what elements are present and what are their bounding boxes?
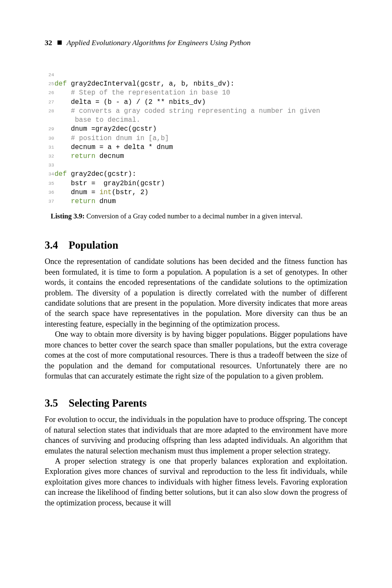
- code-line: 28 # converts a gray coded string repres…: [45, 107, 347, 125]
- paragraph: One way to obtain more diversity is by h…: [45, 329, 347, 381]
- code-listing: 2425def gray2decInterval(gcstr, a, b, nb…: [45, 71, 347, 206]
- code-line: 30 # position dnum in [a,b]: [45, 134, 347, 143]
- line-number: 37: [45, 197, 54, 206]
- line-number: 33: [45, 161, 54, 170]
- code-text: # Step of the representation in base 10: [54, 89, 230, 98]
- code-text: return decnum: [54, 152, 124, 161]
- code-text: dnum =gray2dec(gcstr): [54, 125, 157, 134]
- section: 3.5 Selecting ParentsFor evolution to oc…: [45, 397, 347, 508]
- code-line: 25def gray2decInterval(gcstr, a, b, nbit…: [45, 80, 347, 89]
- code-line: 24: [45, 71, 347, 80]
- line-number: 24: [45, 71, 54, 80]
- code-line: 26 # Step of the representation in base …: [45, 89, 347, 98]
- listing-label: Listing 3.9:: [51, 212, 85, 220]
- code-line: 34def gray2dec(gcstr):: [45, 170, 347, 179]
- header-square-icon: [57, 40, 62, 45]
- page: 32 Applied Evolutionary Algorithms for E…: [0, 0, 392, 588]
- code-line: 37 return dnum: [45, 197, 347, 206]
- line-number: 31: [45, 143, 54, 152]
- section-heading: 3.4 Population: [45, 239, 347, 251]
- code-text: [54, 161, 54, 170]
- book-title: Applied Evolutionary Algorithms for Engi…: [67, 38, 251, 47]
- sections-container: 3.4 PopulationOnce the representation of…: [45, 239, 347, 508]
- section: 3.4 PopulationOnce the representation of…: [45, 239, 347, 381]
- line-number: 27: [45, 98, 54, 107]
- code-text: bstr = gray2bin(gcstr): [54, 179, 165, 188]
- line-number: 29: [45, 125, 54, 134]
- code-line: 29 dnum =gray2dec(gcstr): [45, 125, 347, 134]
- line-number: 25: [45, 80, 54, 89]
- line-number: 26: [45, 89, 54, 98]
- paragraph: A proper selection strategy is one that …: [45, 456, 347, 508]
- code-text: # converts a gray coded string represent…: [54, 107, 320, 125]
- page-header: 32 Applied Evolutionary Algorithms for E…: [45, 38, 347, 47]
- code-text: return dnum: [54, 197, 116, 206]
- code-text: def gray2decInterval(gcstr, a, b, nbits_…: [54, 80, 234, 89]
- line-number: 35: [45, 179, 54, 188]
- page-number: 32: [45, 38, 52, 47]
- paragraph: Once the representation of candidate sol…: [45, 256, 347, 329]
- code-text: delta = (b - a) / (2 ** nbits_dv): [54, 98, 206, 107]
- listing-caption: Listing 3.9: Conversion of a Gray coded …: [51, 212, 347, 221]
- paragraph: For evolution to occur, the individuals …: [45, 414, 347, 456]
- code-line: 27 delta = (b - a) / (2 ** nbits_dv): [45, 98, 347, 107]
- listing-caption-text: Conversion of a Gray coded number to a d…: [85, 212, 303, 220]
- line-number: 34: [45, 170, 54, 179]
- line-number: 28: [45, 107, 54, 125]
- code-text: decnum = a + delta * dnum: [54, 143, 173, 152]
- line-number: 32: [45, 152, 54, 161]
- section-heading: 3.5 Selecting Parents: [45, 397, 347, 409]
- code-line: 32 return decnum: [45, 152, 347, 161]
- code-text: dnum = int(bstr, 2): [54, 188, 149, 197]
- code-text: # position dnum in [a,b]: [54, 134, 169, 143]
- code-line: 35 bstr = gray2bin(gcstr): [45, 179, 347, 188]
- code-line: 31 decnum = a + delta * dnum: [45, 143, 347, 152]
- code-text: def gray2dec(gcstr):: [54, 170, 136, 179]
- line-number: 30: [45, 134, 54, 143]
- line-number: 36: [45, 188, 54, 197]
- code-line: 33: [45, 161, 347, 170]
- code-text: [54, 71, 54, 80]
- code-line: 36 dnum = int(bstr, 2): [45, 188, 347, 197]
